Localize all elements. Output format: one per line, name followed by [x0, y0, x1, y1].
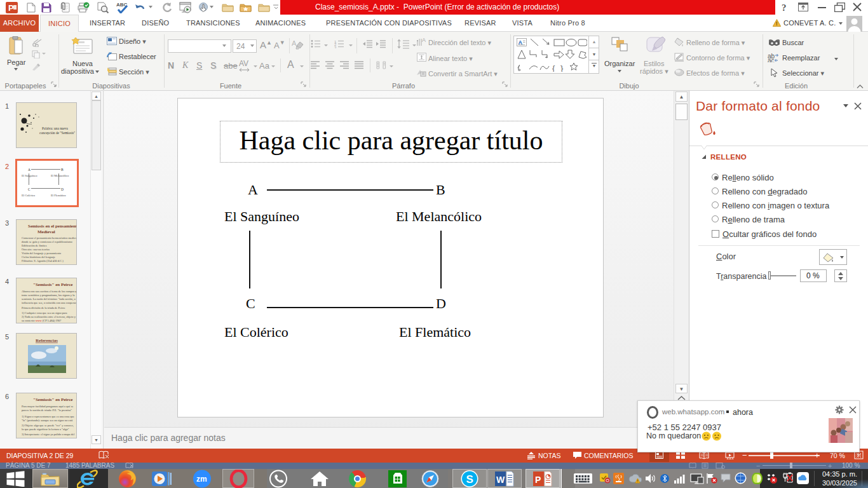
svg-text:?: ? [782, 3, 787, 12]
svg-text:P: P [8, 3, 14, 13]
svg-text:Visión del lenguaje y pensamie: Visión del lenguaje y pensamiento [22, 252, 62, 255]
svg-text:Filósofos: S. Agustín (354-430: Filósofos: S. Agustín (354-430 d.C.) [22, 259, 64, 262]
svg-text:concepción de "Semiosis": concepción de "Semiosis" [39, 131, 75, 135]
svg-text:A: A [292, 39, 297, 47]
svg-text:{: { [552, 64, 555, 72]
svg-text:zm: zm [196, 475, 207, 484]
svg-text:lo que puede significar la lec: lo que puede significar la lectura a "al… [22, 428, 69, 431]
svg-text:"lo" (profundo): aunque sea un: "lo" (profundo): aunque sea un signo no … [22, 419, 72, 422]
svg-text:B: B [61, 168, 64, 172]
svg-text:Referencias: Referencias [36, 338, 58, 343]
svg-text:Otro aire: nuevas teorías: Otro aire: nuevas teorías [22, 248, 50, 251]
svg-text:Palabra: una nueva: Palabra: una nueva [42, 126, 69, 130]
svg-text:Para mayor facilidad pongamos: Para mayor facilidad pongamos aquí a qué… [22, 405, 74, 408]
svg-text:!: ! [776, 20, 778, 27]
svg-text:parece la noción de triada: P.: parece la noción de triada: P.E. "la pre… [22, 409, 72, 412]
svg-text:1) Signo o representamen que e: 1) Signo o representamen que es una cosa… [22, 415, 74, 418]
svg-text:influencia que sea, o coincida: influencia que sea, o coincida con una c… [22, 301, 77, 305]
svg-text:Primera división de la triada: Primera división de la triada de Peirce [22, 306, 65, 309]
svg-text:"Semiosis" en Peirce: "Semiosis" en Peirce [33, 397, 72, 402]
svg-text:El Melancólico: El Melancólico [51, 174, 69, 177]
svg-text:donde se guía y comienza el re: donde se guía y comienza el republicanis… [22, 240, 72, 243]
svg-text:A: A [422, 37, 426, 43]
svg-text:Semiosis en el pensamiento: Semiosis en el pensamiento [28, 224, 77, 229]
svg-text:ac: ac [768, 57, 775, 62]
svg-text:El Sanguíneo: El Sanguíneo [22, 174, 37, 177]
svg-text:A: A [28, 168, 31, 172]
svg-text:Abarca con sus escritos el tem: Abarca con sus escritos el tema de los c… [22, 290, 77, 293]
svg-text:Medieval: Medieval [37, 229, 55, 234]
svg-text:S: S [466, 473, 473, 485]
svg-text:El Flemático: El Flemático [51, 194, 66, 197]
svg-text:su contexto www (CP 5.484) 190: su contexto www (CP 5.484) 1907 [22, 319, 62, 322]
svg-text:}: } [560, 64, 564, 72]
svg-text:D: D [61, 187, 64, 191]
svg-text:"Semiosis" en Peirce: "Semiosis" en Peirce [33, 282, 72, 287]
svg-text:Cielos históricos del lenguaje: Cielos históricos del lenguaje [22, 255, 55, 259]
svg-text:!: ! [637, 479, 639, 483]
svg-text:1) Cualquier cosa que sea un s: 1) Cualquier cosa que sea un signo para [22, 311, 67, 315]
svg-text:El Colérico: El Colérico [22, 194, 36, 197]
svg-text:3) Interpretante: el signo ya: 3) Interpretante: el signo ya pulido o m… [22, 433, 75, 436]
svg-text:W: W [496, 475, 505, 485]
svg-text:C: C [28, 187, 31, 191]
svg-text:Edificación de límites: Edificación de límites [22, 244, 47, 247]
svg-text:Comenzar el pensamiento hermen: Comenzar el pensamiento hermenéutico med… [22, 236, 77, 240]
svg-text:P: P [535, 475, 541, 485]
svg-text:3: 3 [334, 46, 337, 49]
